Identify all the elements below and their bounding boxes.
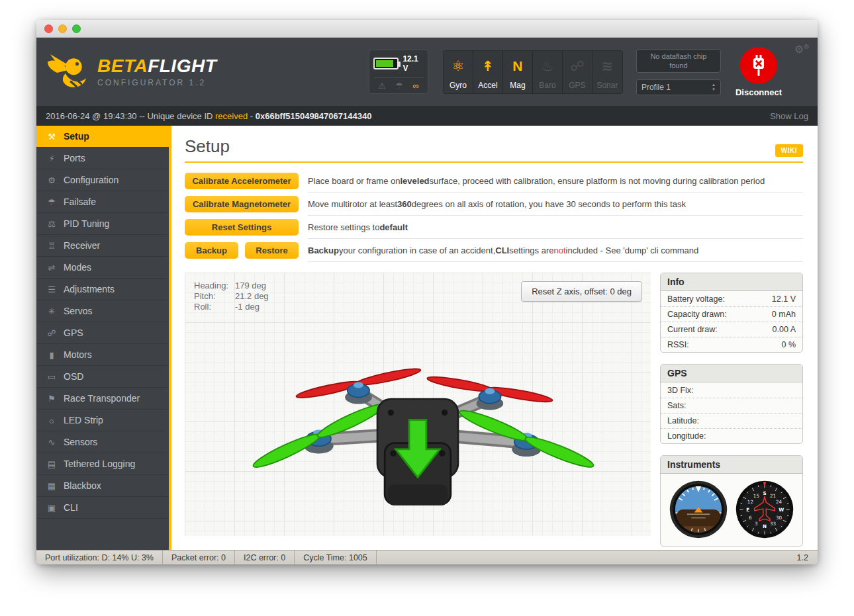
- brand-subtitle: CONFIGURATOR 1.2: [97, 78, 216, 87]
- instruments-panel: Instruments: [660, 455, 803, 547]
- select-arrows-icon: ▲▼: [712, 83, 716, 91]
- calibrate-magnetometer-button[interactable]: Calibrate Magnetometer: [185, 196, 299, 212]
- instruments-panel-title: Instruments: [661, 456, 802, 474]
- sidebar-item-icon: ⚡: [46, 154, 58, 163]
- sidebar-item-modes[interactable]: ⇌ Modes: [36, 257, 169, 279]
- row-label: Battery voltage:: [667, 294, 725, 304]
- sidebar-item-icon: ▭: [46, 372, 58, 382]
- sidebar-item-led-strip[interactable]: ☼ LED Strip: [36, 410, 169, 431]
- sidebar-item-setup[interactable]: ⚒ Setup: [36, 126, 169, 148]
- sidebar-item-race-transponder[interactable]: ⚑ Race Transponder: [36, 388, 169, 410]
- sidebar-item-pid-tuning[interactable]: ⚖ PID Tuning: [36, 213, 169, 235]
- main-content: Setup WIKI Calibrate Accelerometer Place…: [171, 126, 818, 550]
- sensor-status-bar: ⚛ Gyro ↟ Accel N Mag ♨ Baro ☍ GPS ≋ Sona…: [443, 50, 623, 94]
- dataflash-button[interactable]: No dataflash chip found: [636, 49, 721, 73]
- app-version: 1.2: [797, 553, 818, 562]
- warning-icon: ⚠: [378, 81, 386, 91]
- status-item: Port utilization: D: 14% U: 3%: [36, 550, 163, 564]
- svg-text:12: 12: [747, 499, 753, 505]
- sidebar-item-icon: ✳: [46, 306, 58, 316]
- page-title: Setup: [185, 136, 230, 157]
- status-item: Packet error: 0: [163, 550, 235, 564]
- battery-voltage: 12.1 V: [403, 54, 424, 73]
- svg-text:E: E: [746, 507, 749, 513]
- sidebar-item-adjustments[interactable]: ☰ Adjustments: [36, 279, 169, 300]
- sidebar-item-icon: ☍: [46, 328, 58, 338]
- sidebar-item-label: CLI: [64, 502, 78, 513]
- profile-select-value: Profile 1: [641, 83, 671, 92]
- sensor-label: Accel: [478, 81, 497, 90]
- row-label: 3D Fix:: [667, 386, 694, 395]
- disconnect-button[interactable]: Disconnect: [735, 47, 782, 97]
- sidebar-item-sensors[interactable]: ∿ Sensors: [36, 431, 169, 453]
- sensor-label: GPS: [569, 81, 585, 90]
- brand-title: BETAFLIGHT: [97, 57, 216, 75]
- calibrate-accelerometer-button[interactable]: Calibrate Accelerometer: [185, 173, 299, 189]
- row-label: Latitude:: [667, 416, 699, 425]
- sidebar-item-icon: ⚖: [46, 219, 58, 229]
- sidebar-item-receiver[interactable]: ♖ Receiver: [36, 235, 169, 257]
- drone-3d-model[interactable]: [185, 298, 651, 536]
- sensor-icon: ⚛: [452, 51, 465, 81]
- sidebar-item-label: Blackbox: [64, 480, 101, 491]
- key-value-row: Battery voltage: 12.1 V: [661, 291, 802, 306]
- gps-panel: GPS 3D Fix: Sats: Latitude: Longitude:: [660, 364, 803, 444]
- sidebar-item-motors[interactable]: ▮ Motors: [36, 344, 169, 366]
- status-bar: Port utilization: D: 14% U: 3%Packet err…: [36, 550, 818, 564]
- minimize-window-button[interactable]: [58, 24, 67, 33]
- sensor-icon: ☍: [570, 51, 584, 81]
- row-label: Longitude:: [667, 431, 706, 441]
- sidebar-item-osd[interactable]: ▭ OSD: [36, 366, 169, 388]
- sensor-mag: N Mag: [503, 51, 533, 93]
- close-window-button[interactable]: [44, 24, 53, 33]
- action-row: Calibrate Accelerometer Place board or f…: [185, 169, 803, 193]
- sidebar-item-icon: ☼: [46, 416, 58, 425]
- sidebar-item-cli[interactable]: ▣ CLI: [36, 497, 169, 519]
- action-row: Reset Settings Restore settings to defau…: [185, 216, 803, 239]
- settings-gear-icon[interactable]: ⚙⚙: [794, 43, 810, 56]
- profile-select[interactable]: Profile 1 ▲▼: [636, 79, 721, 95]
- app-header: BETAFLIGHT CONFIGURATOR 1.2 12.1 V ⚠☂∞ ⚛…: [36, 38, 818, 106]
- status-item: I2C error: 0: [235, 550, 295, 564]
- sidebar-item-label: GPS: [64, 328, 83, 338]
- wiki-button[interactable]: WIKI: [775, 144, 803, 157]
- restore-button[interactable]: Restore: [245, 242, 299, 259]
- sidebar-item-icon: ▦: [46, 481, 58, 491]
- log-message: 2016-06-24 @ 19:43:30 -- Unique device I…: [46, 111, 371, 121]
- reset-settings-button[interactable]: Reset Settings: [185, 219, 299, 236]
- row-value: 0.00 A: [773, 325, 796, 334]
- zoom-window-button[interactable]: [72, 24, 81, 33]
- row-label: Current draw:: [667, 325, 718, 334]
- sidebar-item-tethered-logging[interactable]: ▤ Tethered Logging: [36, 453, 169, 475]
- sensor-label: Mag: [510, 81, 525, 90]
- sidebar-item-servos[interactable]: ✳ Servos: [36, 300, 169, 322]
- backup-button[interactable]: Backup: [185, 242, 238, 259]
- sensor-label: Sonar: [596, 81, 618, 90]
- status-items: Port utilization: D: 14% U: 3%Packet err…: [36, 550, 377, 564]
- svg-text:30: 30: [776, 515, 783, 521]
- sensor-icon: ≋: [602, 51, 614, 81]
- sidebar-item-gps[interactable]: ☍ GPS: [36, 322, 169, 344]
- sidebar-item-blackbox[interactable]: ▦ Blackbox: [36, 475, 169, 497]
- show-log-button[interactable]: Show Log: [770, 111, 808, 121]
- sensor-baro: ♨ Baro: [533, 51, 563, 93]
- svg-text:N: N: [763, 523, 767, 529]
- betaflight-logo: BETAFLIGHT CONFIGURATOR 1.2: [46, 53, 216, 91]
- key-value-row: Capacity drawn: 0 mAh: [661, 306, 802, 322]
- gps-panel-title: GPS: [661, 365, 802, 382]
- row-label: RSSI:: [667, 340, 689, 349]
- svg-text:S: S: [763, 490, 766, 496]
- sidebar-item-icon: ⇌: [46, 263, 58, 273]
- sidebar-item-icon: ⚙: [46, 175, 58, 185]
- failsafe-icon: ☂: [395, 81, 403, 91]
- sensor-icon: N: [512, 51, 522, 81]
- battery-panel: 12.1 V ⚠☂∞: [369, 50, 428, 94]
- sidebar-item-label: Ports: [64, 153, 85, 163]
- sidebar-item-failsafe[interactable]: ☂ Failsafe: [36, 191, 169, 213]
- sidebar-item-configuration[interactable]: ⚙ Configuration: [36, 169, 169, 191]
- sidebar-item-ports[interactable]: ⚡ Ports: [36, 148, 169, 169]
- svg-text:24: 24: [776, 499, 783, 505]
- sensor-icon: ♨: [542, 51, 554, 81]
- window-titlebar: [36, 20, 818, 38]
- sidebar-item-icon: ▤: [46, 459, 58, 469]
